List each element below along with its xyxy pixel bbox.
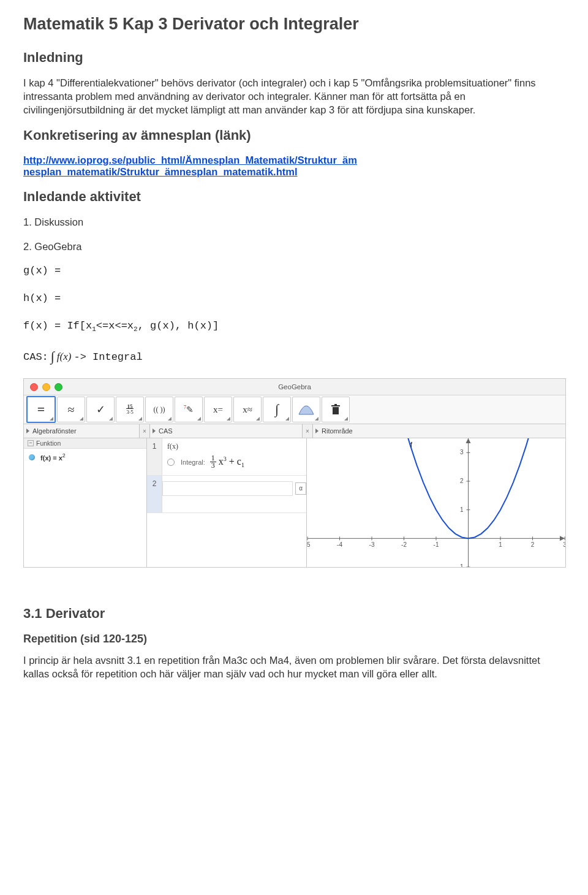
svg-text:1: 1 [460,506,464,513]
cas-output-toggle[interactable] [167,459,175,466]
tool-expand[interactable]: (( )) [145,397,173,422]
window-titlebar: GeoGebra [24,379,565,395]
plan-link-line1: http://www.ioprog.se/public_html/Ämnespl… [23,154,357,166]
svg-rect-1 [331,405,340,406]
tab-algebra[interactable]: Algebrafönster [24,424,140,438]
cas-row-1[interactable]: 1 f(x) Integral: 1 3 x3 + c1 [147,438,306,476]
cas-input-echo: f(x) [167,442,301,451]
tool-substitute[interactable]: 7✎ [175,397,203,422]
tool-evaluate[interactable]: = [26,396,56,423]
cas-output: Integral: 1 3 x3 + c1 [167,455,301,469]
tool-nsolve[interactable]: x≈ [233,397,262,422]
algebra-panel: −Funktion f(x) = x2 [24,438,147,567]
code-g: g(x) = [23,265,565,276]
tab-cas[interactable]: CAS [150,424,303,438]
plan-link-line2: nesplan_matematik/Struktur_ämnesplan_mat… [23,166,298,177]
cas-input-field[interactable] [162,481,293,496]
chevron-right-icon [153,428,156,433]
tool-approx[interactable]: ≈ [57,397,85,422]
close-cas-panel[interactable]: × [303,424,313,438]
item-diskussion: 1. Diskussion [23,216,565,229]
plot-canvas[interactable]: -5-4-3-2-1123-1123 [307,438,565,567]
svg-text:2: 2 [460,478,464,484]
tool-factor[interactable]: 153·5 [116,397,144,422]
tool-delete[interactable] [322,397,350,422]
section-intro: Inledning [23,50,565,66]
svg-rect-0 [333,407,339,414]
window-title: GeoGebra [24,383,565,390]
svg-rect-2 [334,404,337,405]
section-lead: Inledande aktivitet [23,189,565,205]
close-algebra-panel[interactable]: × [140,424,150,438]
cas-row-2[interactable]: 2 α [147,476,306,513]
intro-paragraph: I kap 4 "Differentialekvationer" behövs … [23,77,565,116]
panel-tabs: Algebrafönster × CAS × Ritområde [24,424,565,438]
code-h: h(x) = [23,292,565,304]
page-title: Matematik 5 Kap 3 Derivator och Integral… [23,15,565,34]
tab-graphics[interactable]: Ritområde [313,424,565,438]
repetition-heading: Repetition (sid 120-125) [23,633,565,646]
chevron-right-icon [315,428,318,433]
svg-text:-2: -2 [401,542,407,549]
plot-function-label: f [410,441,412,449]
tool-keep-input[interactable]: ✓ [86,397,115,422]
algebra-category[interactable]: −Funktion [24,438,146,449]
tool-solve[interactable]: x= [204,397,232,422]
repetition-paragraph: I princip är hela avsnitt 3.1 en repetit… [23,654,565,681]
cas-panel: 1 f(x) Integral: 1 3 x3 + c1 [147,438,307,567]
svg-text:1: 1 [499,542,502,549]
cas-row-number: 2 [147,476,162,512]
toolbar: = ≈ ✓ 153·5 (( )) 7✎ x= x≈ [24,395,565,424]
svg-text:2: 2 [531,542,535,549]
svg-text:-1: -1 [434,542,439,549]
svg-text:-1: -1 [458,563,464,567]
svg-text:-5: -5 [307,542,311,549]
item-geogebra: 2. GeoGebra [23,240,565,254]
tool-probability[interactable] [292,397,320,422]
plan-link[interactable]: http://www.ioprog.se/public_html/Ämnespl… [23,154,357,177]
code-f: f(x) = If[x1<=x<=x2, g(x), h(x)] [23,320,565,333]
chevron-right-icon [26,428,29,433]
geogebra-window: GeoGebra = ≈ ✓ 153·5 (( )) 7✎ x= [23,378,566,568]
svg-text:3: 3 [563,542,565,549]
section-plan: Konkretisering av ämnesplan (länk) [23,128,565,143]
svg-text:-4: -4 [337,542,342,549]
tool-integral[interactable]: ∫ [263,397,291,422]
cas-line: CAS: ∫ f(x) -> Integral [23,349,565,365]
virtual-keyboard-button[interactable]: α [295,482,306,495]
trash-icon [331,403,341,416]
svg-text:-3: -3 [369,542,375,549]
graphics-panel[interactable]: f -5-4-3-2-1123-1123 [307,438,565,567]
section-3-1: 3.1 Derivator [23,606,565,622]
algebra-item[interactable]: f(x) = x2 [24,449,146,465]
cas-row-number: 1 [147,438,162,475]
object-visibility-toggle[interactable] [29,454,35,460]
svg-text:3: 3 [460,449,464,456]
